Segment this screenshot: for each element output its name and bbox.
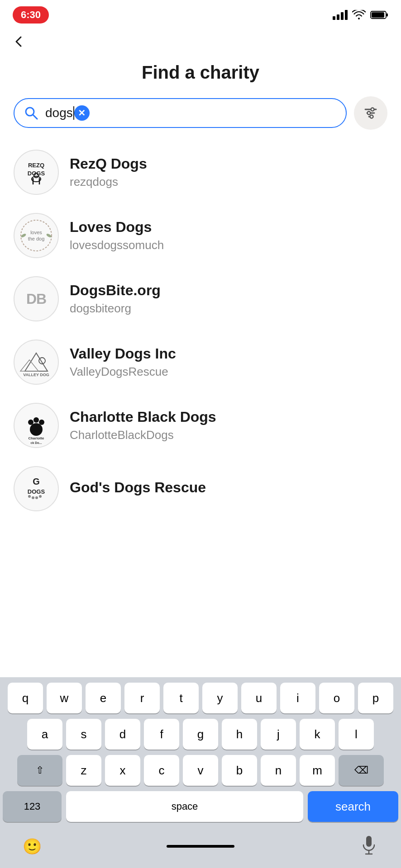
numbers-key[interactable]: 123 — [3, 791, 62, 822]
key-i[interactable]: i — [280, 683, 315, 713]
key-q[interactable]: q — [8, 683, 43, 713]
key-x[interactable]: x — [105, 755, 140, 786]
key-f[interactable]: f — [144, 719, 179, 750]
svg-text:ck Do...: ck Do... — [31, 441, 42, 444]
list-item[interactable]: loves the dog Loves Dogs lovesdogssomuch — [0, 204, 401, 267]
charity-handle: rezqdogs — [70, 175, 387, 189]
charity-name: Charlotte Black Dogs — [70, 409, 387, 425]
space-key[interactable]: space — [66, 791, 303, 822]
svg-point-8 — [371, 108, 374, 111]
avatar: loves the dog — [14, 213, 59, 258]
list-item[interactable]: DB DogsBite.org dogsbiteorg — [0, 267, 401, 330]
key-z[interactable]: z — [66, 755, 101, 786]
status-icons — [333, 10, 388, 20]
charity-name: DogsBite.org — [70, 282, 387, 299]
svg-rect-1 — [387, 14, 388, 17]
svg-point-29 — [39, 420, 44, 425]
key-r[interactable]: r — [124, 683, 160, 713]
svg-marker-23 — [20, 360, 38, 371]
signal-icon — [333, 10, 348, 20]
svg-point-10 — [370, 115, 373, 118]
svg-text:loves: loves — [30, 230, 42, 235]
avatar: VALLEY DOG — [14, 340, 59, 385]
avatar: DB — [14, 276, 59, 321]
keyboard-row-2: a s d f g h j k l — [3, 719, 398, 750]
charity-info: Charlotte Black Dogs CharlotteBlackDogs — [70, 409, 387, 442]
charity-name: RezQ Dogs — [70, 156, 387, 172]
key-o[interactable]: o — [319, 683, 354, 713]
status-time: 6:30 — [13, 6, 49, 24]
key-p[interactable]: p — [358, 683, 393, 713]
charity-handle: CharlotteBlackDogs — [70, 428, 387, 442]
charity-handle: dogsbiteorg — [70, 302, 387, 316]
search-icon — [24, 105, 39, 121]
key-a[interactable]: a — [27, 719, 62, 750]
key-y[interactable]: y — [202, 683, 238, 713]
charity-info: RezQ Dogs rezqdogs — [70, 156, 387, 189]
svg-text:G: G — [33, 476, 40, 486]
svg-point-20 — [20, 233, 26, 238]
list-item[interactable]: Charlotte ck Do... Charlotte Black Dogs … — [0, 394, 401, 457]
charity-name: Loves Dogs — [70, 219, 387, 236]
key-k[interactable]: k — [300, 719, 335, 750]
dogsbite-initials: DB — [26, 291, 46, 307]
back-chevron-icon — [13, 35, 25, 48]
charity-info: Loves Dogs lovesdogssomuch — [70, 219, 387, 252]
avatar: G DOGS — [14, 466, 59, 511]
search-input-container[interactable]: dogs ✕ — [14, 98, 347, 128]
key-t[interactable]: t — [163, 683, 199, 713]
key-g[interactable]: g — [183, 719, 218, 750]
list-item[interactable]: VALLEY DOG Valley Dogs Inc ValleyDogsRes… — [0, 330, 401, 394]
key-b[interactable]: b — [222, 755, 257, 786]
key-c[interactable]: c — [144, 755, 179, 786]
dictation-key[interactable] — [353, 834, 385, 859]
key-v[interactable]: v — [183, 755, 218, 786]
delete-key[interactable]: ⌫ — [339, 755, 384, 786]
keyboard-row-3: ⇧ z x c v b n m ⌫ — [3, 755, 398, 786]
key-n[interactable]: n — [261, 755, 296, 786]
charity-name: Valley Dogs Inc — [70, 345, 387, 362]
status-bar: 6:30 — [0, 0, 401, 27]
svg-point-36 — [35, 496, 38, 499]
key-s[interactable]: s — [66, 719, 101, 750]
key-h[interactable]: h — [222, 719, 257, 750]
emoji-key[interactable]: 🙂 — [16, 834, 48, 859]
avatar: Charlotte ck Do... — [14, 403, 59, 448]
key-l[interactable]: l — [339, 719, 374, 750]
loves-dogs-logo: loves the dog — [16, 215, 57, 256]
filter-icon — [363, 105, 379, 121]
battery-icon — [370, 10, 388, 20]
search-key[interactable]: search — [308, 791, 398, 822]
svg-rect-2 — [372, 12, 384, 18]
svg-point-28 — [33, 417, 39, 423]
svg-text:REZQ: REZQ — [28, 162, 44, 169]
charity-handle: lovesdogssomuch — [70, 238, 387, 252]
key-m[interactable]: m — [300, 755, 335, 786]
clear-button[interactable]: ✕ — [74, 105, 90, 121]
charity-info: Valley Dogs Inc ValleyDogsRescue — [70, 345, 387, 379]
avatar: REZQ DOGS — [14, 150, 59, 195]
keyboard-row-1: q w e r t y u i o p — [3, 683, 398, 713]
gods-dogs-logo: G DOGS — [16, 468, 57, 509]
key-e[interactable]: e — [86, 683, 121, 713]
charlotte-black-dogs-logo: Charlotte ck Do... — [16, 405, 57, 446]
back-button[interactable] — [0, 27, 401, 58]
charity-list: REZQ DOGS RezQ Dogs rezqdogs loves the d… — [0, 141, 401, 520]
key-w[interactable]: w — [47, 683, 82, 713]
svg-point-34 — [28, 495, 31, 498]
svg-rect-38 — [366, 836, 372, 847]
filter-button[interactable] — [354, 96, 387, 130]
svg-text:Charlotte: Charlotte — [28, 436, 44, 440]
key-d[interactable]: d — [105, 719, 140, 750]
key-u[interactable]: u — [241, 683, 277, 713]
charity-info: DogsBite.org dogsbiteorg — [70, 282, 387, 316]
svg-point-27 — [28, 420, 33, 425]
key-j[interactable]: j — [261, 719, 296, 750]
list-item[interactable]: REZQ DOGS RezQ Dogs rezqdogs — [0, 141, 401, 204]
svg-text:DOGS: DOGS — [28, 488, 45, 495]
list-item[interactable]: G DOGS God's Dogs Rescue — [0, 457, 401, 520]
charity-info: God's Dogs Rescue — [70, 479, 387, 499]
svg-point-37 — [39, 495, 42, 498]
valley-dogs-logo: VALLEY DOG — [16, 342, 57, 382]
shift-key[interactable]: ⇧ — [17, 755, 62, 786]
